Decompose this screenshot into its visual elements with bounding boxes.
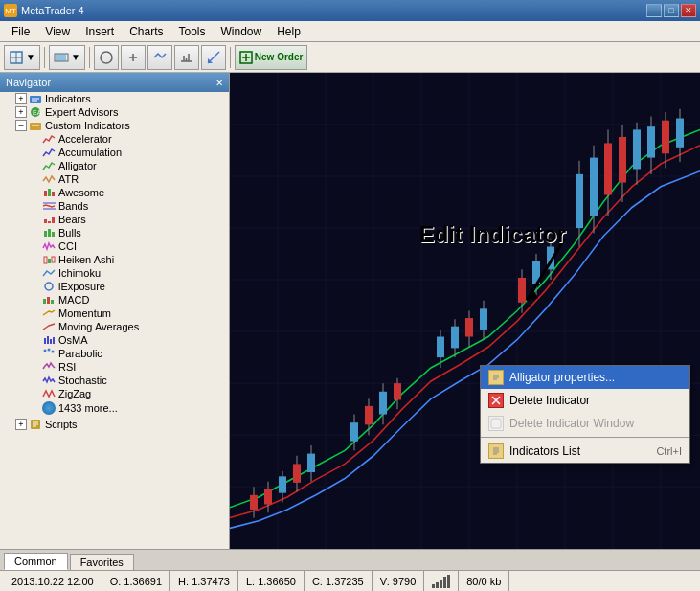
indicator-label-16: Parabolic — [58, 348, 102, 359]
title-bar: MT MetaTrader 4 ─ □ ✕ — [0, 0, 700, 21]
chart-area[interactable]: Edit Indicator Alligator properties... D… — [230, 73, 700, 549]
tab-favorites[interactable]: Favorites — [70, 554, 134, 570]
title-bar-left: MT MetaTrader 4 — [4, 4, 84, 17]
toolbar-btn-2[interactable]: ▼ — [49, 45, 85, 70]
indicator-label-2: Alligator — [58, 160, 97, 171]
svg-point-39 — [48, 349, 51, 352]
tree-item-iexposure[interactable]: iExposure — [0, 280, 229, 293]
ctx-separator — [481, 437, 689, 438]
tree-item-stochastic[interactable]: Stochastic — [0, 374, 229, 387]
toolbar-sep-1 — [44, 47, 45, 68]
tree-item-rsi[interactable]: RSI — [0, 360, 229, 374]
status-datetime: 2013.10.22 12:00 — [4, 571, 102, 591]
close-button[interactable]: ✕ — [681, 4, 696, 17]
toolbar-btn-1[interactable]: ▼ — [4, 45, 40, 70]
tree-item-more[interactable]: 1433 more... — [0, 400, 229, 416]
tree-item-alligator[interactable]: Alligator — [0, 159, 229, 172]
svg-point-30 — [45, 283, 53, 290]
svg-rect-108 — [662, 121, 669, 154]
tree-item-macd[interactable]: MACD — [0, 293, 229, 307]
tree-item-heiken-ashi[interactable]: Heiken Ashi — [0, 253, 229, 266]
menu-file[interactable]: File — [4, 23, 37, 40]
ctx-indicators-list-shortcut: Ctrl+I — [656, 445, 682, 457]
expand-icon-scripts: + — [15, 419, 27, 430]
tree-item-zigzag[interactable]: ZigZag — [0, 387, 229, 400]
ctx-indicators-list[interactable]: Indicators List Ctrl+I — [481, 440, 689, 463]
menu-view[interactable]: View — [37, 23, 78, 40]
toolbar-sep-3 — [230, 47, 231, 68]
svg-point-40 — [52, 351, 55, 353]
tree-scripts[interactable]: + Scripts — [0, 418, 229, 431]
svg-rect-11 — [30, 96, 41, 103]
expand-icon-ci: – — [15, 120, 27, 131]
indicator-label-17: RSI — [58, 361, 76, 373]
toolbar-btn-3[interactable] — [94, 45, 119, 70]
tab-bar: Common Favorites — [0, 549, 700, 570]
svg-rect-64 — [250, 495, 258, 510]
minimize-button[interactable]: ─ — [646, 4, 662, 17]
toolbar-btn-7[interactable] — [201, 45, 226, 70]
indicator-label-8: CCI — [58, 240, 77, 252]
tree-indicators[interactable]: + Indicators — [0, 92, 229, 105]
tree-item-osma[interactable]: OsMA — [0, 333, 229, 347]
tab-common[interactable]: Common — [4, 553, 68, 570]
svg-rect-86 — [465, 318, 473, 336]
menu-bar: File View Insert Charts Tools Window Hel… — [0, 21, 700, 42]
svg-rect-80 — [394, 383, 401, 399]
menu-charts[interactable]: Charts — [122, 23, 170, 40]
indicator-label-14: Moving Averages — [58, 321, 139, 332]
svg-rect-26 — [52, 232, 55, 237]
toolbar-sep-2 — [89, 47, 90, 68]
svg-rect-102 — [619, 137, 626, 183]
svg-rect-34 — [44, 338, 46, 344]
menu-tools[interactable]: Tools — [171, 23, 214, 40]
navigator-header: Navigator ✕ — [0, 73, 229, 92]
indicator-label-6: Bears — [58, 214, 86, 225]
ctx-delete-indicator[interactable]: Delete Indicator — [481, 389, 689, 412]
status-volume: V: 9790 — [373, 571, 425, 591]
indicator-label-5: Bands — [58, 200, 88, 212]
navigator-tree: + Indicators + EA Expert Advisors – Cust… — [0, 92, 229, 549]
svg-rect-88 — [480, 308, 487, 330]
tree-item-awesome[interactable]: Awesome — [0, 186, 229, 199]
menu-window[interactable]: Window — [214, 23, 270, 40]
tree-item-momentum[interactable]: Momentum — [0, 307, 229, 320]
chart-svg — [230, 73, 700, 549]
tree-item-accelerator[interactable]: Accelerator — [0, 132, 229, 146]
toolbar-btn-5[interactable] — [147, 45, 172, 70]
menu-insert[interactable]: Insert — [78, 23, 122, 40]
toolbar-btn-6[interactable] — [174, 45, 199, 70]
tree-item-bears[interactable]: Bears — [0, 213, 229, 226]
menu-help[interactable]: Help — [269, 23, 308, 40]
navigator-panel: Navigator ✕ + Indicators + EA Expert Adv… — [0, 73, 230, 549]
tree-item-bulls[interactable]: Bulls — [0, 226, 229, 239]
tree-item-cci[interactable]: CCI — [0, 239, 229, 253]
svg-rect-32 — [47, 297, 50, 304]
ctx-delete-indicator-label: Delete Indicator — [509, 394, 590, 407]
ctx-alligator-props[interactable]: Alligator properties... — [481, 366, 689, 389]
svg-rect-82 — [437, 337, 444, 358]
title-bar-controls[interactable]: ─ □ ✕ — [646, 4, 696, 17]
toolbar-btn-4[interactable] — [121, 45, 146, 70]
tree-item-moving-averages[interactable]: Moving Averages — [0, 320, 229, 333]
indicator-label-13: Momentum — [58, 307, 111, 319]
indicator-label-15: OsMA — [58, 334, 88, 346]
maximize-button[interactable]: □ — [664, 4, 679, 17]
indicator-label-4: Awesome — [58, 187, 104, 198]
tree-item-bands[interactable]: Bands — [0, 199, 229, 213]
tree-item-parabolic[interactable]: Parabolic — [0, 347, 229, 360]
navigator-close-button[interactable]: ✕ — [215, 78, 223, 88]
tree-expert-advisors[interactable]: + EA Expert Advisors — [0, 105, 229, 119]
new-order-button[interactable]: New Order — [235, 45, 308, 70]
expand-icon-ea: + — [15, 106, 27, 118]
title-bar-text: MetaTrader 4 — [21, 5, 84, 16]
tree-item-atr[interactable]: ATR — [0, 172, 229, 186]
tree-item-ichimoku[interactable]: Ichimoku — [0, 266, 229, 280]
tree-custom-indicators[interactable]: – Custom Indicators — [0, 119, 229, 132]
main-area: Navigator ✕ + Indicators + EA Expert Adv… — [0, 73, 700, 549]
context-menu: Alligator properties... Delete Indicator… — [480, 365, 690, 464]
tree-item-accumulation[interactable]: Accumulation — [0, 146, 229, 159]
status-extra: 80/0 kb — [459, 571, 509, 591]
status-low: L: 1.36650 — [238, 571, 305, 591]
ctx-alligator-props-label: Alligator properties... — [509, 371, 615, 384]
